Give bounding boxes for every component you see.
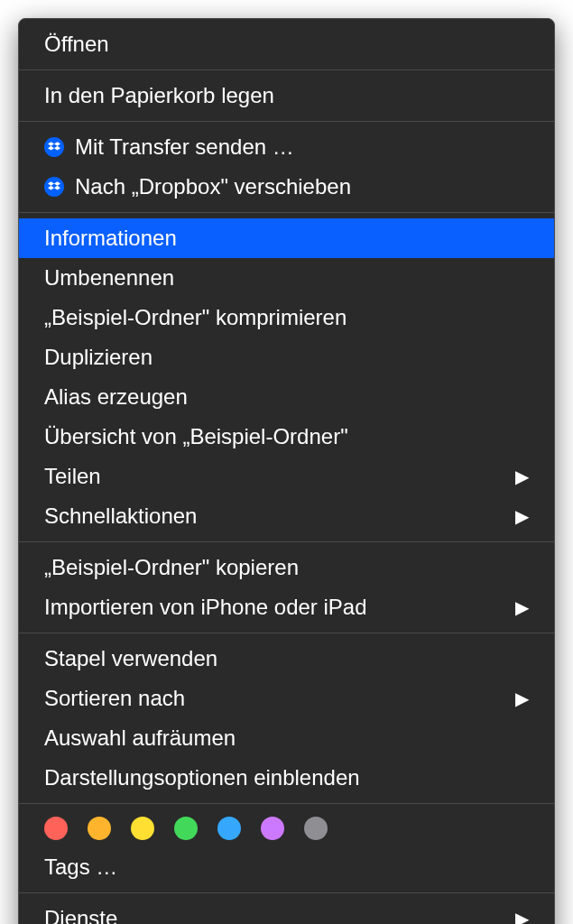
tag-dot-green[interactable] [174, 817, 198, 840]
chevron-right-icon: ▶ [515, 463, 529, 490]
menu-label: Stapel verwenden [44, 642, 529, 675]
menu-item-services[interactable]: Dienste ▶ [19, 899, 554, 924]
menu-label: Nach „Dropbox" verschieben [75, 171, 529, 203]
chevron-right-icon: ▶ [515, 685, 529, 712]
menu-item-open[interactable]: Öffnen [19, 24, 554, 64]
menu-separator [19, 892, 554, 893]
menu-label: Alias erzeugen [44, 381, 529, 413]
menu-item-rename[interactable]: Umbenennen [19, 258, 554, 298]
menu-label: Schnellaktionen [44, 500, 504, 532]
menu-item-copy[interactable]: „Beispiel-Ordner" kopieren [19, 548, 554, 587]
menu-label: Dienste [44, 902, 504, 924]
menu-item-clean-up[interactable]: Auswahl aufräumen [19, 718, 554, 758]
menu-item-import-from-device[interactable]: Importieren von iPhone oder iPad ▶ [19, 587, 554, 627]
menu-item-quick-actions[interactable]: Schnellaktionen ▶ [19, 496, 554, 536]
menu-label: Duplizieren [44, 341, 529, 374]
chevron-right-icon: ▶ [515, 594, 529, 621]
menu-label: „Beispiel-Ordner" kopieren [44, 551, 529, 584]
menu-label: Umbenennen [44, 262, 529, 294]
tag-dot-blue[interactable] [217, 817, 241, 840]
menu-separator [19, 541, 554, 542]
menu-label: In den Papierkorb legen [44, 79, 529, 112]
chevron-right-icon: ▶ [515, 905, 529, 924]
menu-item-tags-more[interactable]: Tags … [19, 847, 554, 887]
menu-label: Darstellungsoptionen einblenden [44, 762, 529, 794]
menu-item-dropbox-transfer[interactable]: Mit Transfer senden … [19, 127, 554, 167]
tag-color-row [19, 809, 554, 847]
tag-dot-yellow[interactable] [131, 817, 154, 840]
menu-separator [19, 633, 554, 633]
dropbox-icon [44, 137, 75, 157]
menu-label: Sortieren nach [44, 682, 504, 715]
menu-separator [19, 212, 554, 213]
menu-separator [19, 803, 554, 804]
dropbox-icon [44, 177, 75, 197]
context-menu: Öffnen In den Papierkorb legen Mit Trans… [18, 18, 555, 924]
menu-item-use-stacks[interactable]: Stapel verwenden [19, 639, 554, 679]
menu-item-compress[interactable]: „Beispiel-Ordner" komprimieren [19, 298, 554, 337]
menu-label: Mit Transfer senden … [75, 131, 529, 163]
menu-item-get-info[interactable]: Informationen [19, 218, 554, 258]
tag-dot-purple[interactable] [261, 817, 284, 840]
menu-label: Auswahl aufräumen [44, 722, 529, 754]
menu-item-sort-by[interactable]: Sortieren nach ▶ [19, 679, 554, 718]
menu-label: Öffnen [44, 28, 529, 60]
menu-item-duplicate[interactable]: Duplizieren [19, 337, 554, 377]
menu-item-dropbox-move[interactable]: Nach „Dropbox" verschieben [19, 167, 554, 207]
menu-item-quick-look[interactable]: Übersicht von „Beispiel-Ordner" [19, 417, 554, 457]
menu-label: Teilen [44, 460, 504, 493]
menu-item-trash[interactable]: In den Papierkorb legen [19, 76, 554, 116]
chevron-right-icon: ▶ [515, 503, 529, 530]
menu-label: „Beispiel-Ordner" komprimieren [44, 301, 529, 334]
menu-label: Übersicht von „Beispiel-Ordner" [44, 420, 529, 453]
tag-dot-orange[interactable] [88, 817, 111, 840]
menu-label: Tags … [44, 851, 529, 883]
menu-item-make-alias[interactable]: Alias erzeugen [19, 377, 554, 417]
menu-item-view-options[interactable]: Darstellungsoptionen einblenden [19, 758, 554, 798]
menu-label: Informationen [44, 222, 529, 254]
menu-separator [19, 121, 554, 122]
tag-dot-red[interactable] [44, 817, 68, 840]
tag-dot-gray[interactable] [304, 817, 328, 840]
menu-separator [19, 69, 554, 70]
menu-label: Importieren von iPhone oder iPad [44, 591, 504, 624]
menu-item-share[interactable]: Teilen ▶ [19, 457, 554, 496]
